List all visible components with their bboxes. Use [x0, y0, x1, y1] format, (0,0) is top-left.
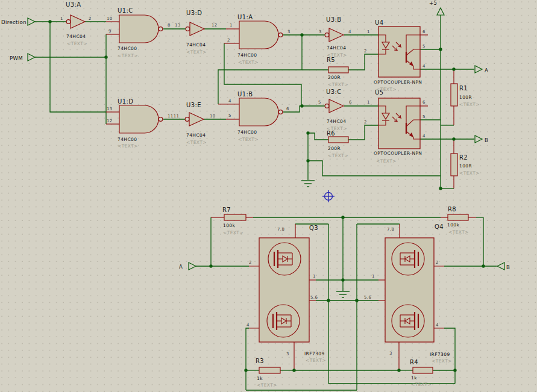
placeholder-text-label: <TEXT> — [459, 170, 480, 176]
schematic-svg[interactable]: U3:AU1:CU3:DU1:AU3:BU4R5U1:DU3:EU1:BU3:C… — [0, 0, 537, 392]
junction-dot — [355, 299, 358, 302]
part-ref-label: U1:B — [237, 91, 253, 98]
resistor-r5[interactable] — [328, 67, 348, 73]
pin-number-label: 9 — [108, 29, 111, 34]
mosfet-ic-q3[interactable] — [259, 238, 309, 342]
part-value-label: 74HC00 — [118, 46, 137, 51]
pin-number-label: 2 — [364, 120, 367, 125]
part-value-label: 74HC00 — [237, 129, 257, 135]
resistor-r7[interactable] — [224, 214, 246, 220]
optocoupler-u5[interactable] — [378, 98, 420, 149]
part-ref-label: U3:D — [186, 10, 202, 16]
part-value-label: IRF7309 — [304, 351, 325, 356]
pin-number-label: 2 — [436, 260, 439, 265]
junction-dot — [452, 137, 455, 140]
schematic-canvas[interactable]: U3:AU1:CU3:DU1:AU3:BU4R5U1:DU3:EU1:BU3:C… — [0, 0, 537, 392]
pin-number-label: 7,8 — [387, 227, 394, 232]
pin-number-label: 3 — [286, 352, 289, 356]
part-ref-label: U1:D — [118, 98, 133, 105]
junction-dot — [300, 33, 303, 36]
placeholder-text-label: <TEXT> — [411, 382, 432, 387]
pin-number-label: 13 — [175, 23, 181, 28]
terminal-label: A — [179, 264, 183, 270]
terminal-label: B — [506, 264, 510, 270]
junction-dot — [341, 216, 344, 219]
junction-dot — [452, 67, 455, 70]
optocoupler-u4[interactable] — [378, 26, 420, 77]
pin-number-label: 5 — [318, 100, 321, 105]
placeholder-text-label: <TEXT> — [186, 49, 207, 55]
resistor-r4[interactable] — [413, 367, 433, 373]
resistor-r1[interactable] — [451, 84, 457, 106]
invert-bubble-icon — [325, 33, 329, 37]
part-value-label: 100k — [223, 223, 236, 228]
part-value-label: IRF7309 — [430, 352, 450, 357]
mosfet-ic-q4[interactable] — [385, 238, 434, 342]
pin-number-label: 2 — [364, 49, 367, 54]
resistor-r2[interactable] — [451, 154, 457, 176]
junction-dot — [327, 299, 330, 302]
pin-number-label: 13 — [107, 107, 113, 111]
part-value-label: 1k — [257, 376, 263, 381]
pin-number-label: 2 — [227, 38, 230, 43]
invert-bubble-icon — [278, 33, 283, 37]
invert-bubble-icon — [159, 27, 163, 31]
placeholder-text-label: <TEXT> — [257, 382, 277, 388]
junction-dot — [482, 264, 485, 267]
terminal-label: Direction — [1, 19, 27, 25]
placeholder-text-label: <TEXT> — [376, 158, 397, 164]
mosfet-ic-body[interactable] — [259, 238, 309, 342]
part-value-label: 1k — [411, 375, 417, 381]
pin-number-label: 2 — [89, 16, 92, 21]
pin-number-label: 1 — [230, 23, 233, 28]
part-ref-label: Q3 — [309, 225, 318, 231]
gate-body[interactable] — [239, 21, 278, 49]
part-ref-label: R8 — [448, 206, 456, 213]
gate-body[interactable] — [119, 105, 159, 133]
resistor-r3[interactable] — [259, 367, 280, 373]
pin-number-label: 5 — [422, 44, 426, 49]
gate-body[interactable] — [239, 98, 278, 126]
junction-dot — [244, 369, 247, 372]
part-value-label: 74HC04 — [186, 132, 206, 138]
placeholder-text-label: <TEXT> — [459, 102, 480, 107]
junction-dot — [341, 278, 344, 281]
resistor-r6[interactable] — [328, 137, 348, 143]
pin-number-label: 1 — [367, 100, 370, 105]
junction-dot — [453, 369, 456, 372]
invert-bubble-icon — [66, 20, 71, 24]
part-ref-label: R1 — [459, 85, 468, 92]
terminal-label: A — [485, 67, 488, 73]
part-value-label: 100R — [459, 163, 472, 169]
placeholder-text-label: <TEXT> — [67, 41, 87, 46]
part-value-label: 200R — [328, 75, 341, 80]
junction-dot — [306, 159, 309, 162]
placeholder-text-label: <TEXT> — [432, 358, 452, 364]
junction-dot — [209, 264, 212, 267]
pin-number-label: 4 — [348, 30, 351, 34]
junction-dot — [300, 104, 303, 107]
invert-bubble-icon — [278, 110, 283, 114]
terminal-label: B — [485, 137, 488, 143]
placeholder-text-label: <TEXT> — [327, 52, 347, 58]
placeholder-text-label: <TEXT> — [327, 126, 347, 131]
pin-number-label: 4 — [247, 323, 250, 328]
part-ref-label: U3:A — [66, 1, 81, 8]
placeholder-text-label: <TEXT> — [328, 153, 348, 158]
resistor-r8[interactable] — [448, 214, 468, 220]
placeholder-text-label: <TEXT> — [118, 53, 138, 58]
gate-body[interactable] — [119, 15, 159, 43]
placeholder-text-label: <TEXT> — [238, 60, 259, 65]
pin-number-label: 1 — [372, 274, 375, 279]
part-value-label: 74HC04 — [66, 34, 86, 39]
terminal-label: PWM — [10, 55, 23, 61]
pin-number-label: 6 — [349, 100, 352, 105]
placeholder-text-label: <TEXT> — [328, 82, 348, 87]
part-ref-label: U3:C — [326, 89, 342, 95]
junction-dot — [292, 369, 295, 372]
placeholder-text-label: <TEXT> — [223, 230, 243, 235]
pin-number-label: 4 — [422, 134, 426, 138]
placeholder-text-label: <TEXT> — [376, 87, 397, 92]
part-value-label: 100R — [459, 95, 472, 100]
placeholder-text-label: <TEXT> — [238, 137, 259, 142]
